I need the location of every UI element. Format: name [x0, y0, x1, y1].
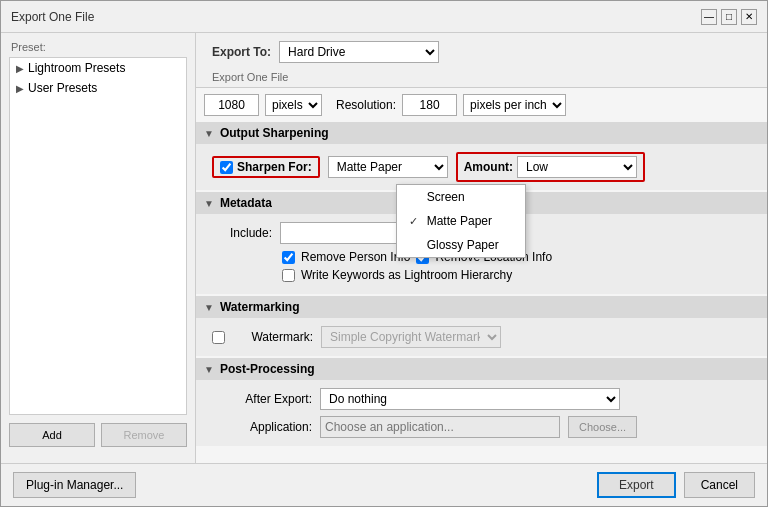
arrow-icon: ▶: [16, 63, 24, 74]
export-subtitle: Export One File: [196, 71, 767, 87]
watermark-row: Watermark: Simple Copyright Watermark: [212, 326, 751, 348]
action-buttons: Export Cancel: [597, 472, 755, 498]
panel-buttons: Add Remove: [1, 415, 195, 455]
sharpen-select-container: Matte Paper Screen ✓: [328, 156, 448, 178]
amount-select[interactable]: Low Standard High: [517, 156, 637, 178]
window-controls: — □ ✕: [701, 9, 757, 25]
window-title: Export One File: [11, 10, 94, 24]
left-panel: Preset: ▶ Lightroom Presets ▶ User Prese…: [1, 33, 196, 463]
section-collapse-icon: ▼: [204, 364, 214, 375]
watermarking-header[interactable]: ▼ Watermarking: [196, 296, 767, 318]
preset-item-user[interactable]: ▶ User Presets: [10, 78, 186, 98]
write-keywords-row: Write Keywords as Lightroom Hierarchy: [282, 268, 751, 282]
after-export-row: After Export: Do nothing: [212, 388, 751, 410]
section-title: Post-Processing: [220, 362, 315, 376]
section-collapse-icon: ▼: [204, 128, 214, 139]
section-title: Output Sharpening: [220, 126, 329, 140]
export-to-select[interactable]: Hard Drive: [279, 41, 439, 63]
section-title: Watermarking: [220, 300, 300, 314]
bottom-bar: Plug-in Manager... Export Cancel: [1, 463, 767, 506]
choose-button[interactable]: Choose...: [568, 416, 637, 438]
sharpen-for-select[interactable]: Matte Paper: [328, 156, 448, 178]
watermarking-body: Watermark: Simple Copyright Watermark: [196, 318, 767, 356]
arrow-icon: ▶: [16, 83, 24, 94]
right-panel: Export To: Hard Drive Export One File pi…: [196, 33, 767, 463]
export-to-row: Export To: Hard Drive: [196, 33, 767, 71]
remove-person-checkbox[interactable]: [282, 251, 295, 264]
application-input[interactable]: [320, 416, 560, 438]
section-title: Metadata: [220, 196, 272, 210]
sharpen-for-label: Sharpen For:: [237, 160, 312, 174]
watermark-checkbox[interactable]: [212, 331, 225, 344]
scroll-area[interactable]: pixels Resolution: pixels per inch ▼ Out…: [196, 87, 767, 463]
dropdown-item-glossy[interactable]: Glossy Paper: [397, 233, 525, 257]
amount-group: Amount: Low Standard High: [456, 152, 645, 182]
write-keywords-checkbox[interactable]: [282, 269, 295, 282]
export-to-label: Export To:: [212, 45, 271, 59]
section-collapse-icon: ▼: [204, 302, 214, 313]
dropdown-label: Matte Paper: [427, 214, 492, 228]
width-input[interactable]: [204, 94, 259, 116]
include-label: Include:: [212, 226, 272, 240]
preset-item-label: User Presets: [28, 81, 97, 95]
write-keywords-label: Write Keywords as Lightroom Hierarchy: [301, 268, 512, 282]
unit-select[interactable]: pixels: [265, 94, 322, 116]
add-button[interactable]: Add: [9, 423, 95, 447]
dropdown-item-matte[interactable]: ✓ Matte Paper: [397, 209, 525, 233]
amount-label: Amount:: [464, 160, 513, 174]
main-content: Preset: ▶ Lightroom Presets ▶ User Prese…: [1, 33, 767, 463]
dropdown-label: Screen: [427, 190, 465, 204]
watermark-label: Watermark:: [233, 330, 313, 344]
preset-list: ▶ Lightroom Presets ▶ User Presets: [9, 57, 187, 415]
sharpening-row: Sharpen For: Matte Paper: [212, 152, 751, 182]
output-sharpening-header[interactable]: ▼ Output Sharpening: [196, 122, 767, 144]
remove-person-label: Remove Person Info: [301, 250, 410, 264]
output-sharpening-section: ▼ Output Sharpening Sharpen For: Matte P: [196, 122, 767, 190]
application-label: Application:: [212, 420, 312, 434]
output-sharpening-body: Sharpen For: Matte Paper: [196, 144, 767, 190]
dropdown-label: Glossy Paper: [427, 238, 499, 252]
export-button[interactable]: Export: [597, 472, 676, 498]
sharpen-checkbox[interactable]: [220, 161, 233, 174]
post-processing-body: After Export: Do nothing Application: Ch…: [196, 380, 767, 446]
resolution-unit-select[interactable]: pixels per inch: [463, 94, 566, 116]
watermark-select[interactable]: Simple Copyright Watermark: [321, 326, 501, 348]
post-processing-header[interactable]: ▼ Post-Processing: [196, 358, 767, 380]
minimize-button[interactable]: —: [701, 9, 717, 25]
sharpen-dropdown: Screen ✓ Matte Paper Glossy Paper: [396, 184, 526, 258]
preset-item-label: Lightroom Presets: [28, 61, 125, 75]
post-processing-section: ▼ Post-Processing After Export: Do nothi…: [196, 358, 767, 446]
dimensions-row: pixels Resolution: pixels per inch: [196, 88, 767, 122]
sharpen-for-group: Sharpen For:: [212, 156, 320, 178]
resolution-label: Resolution:: [336, 98, 396, 112]
dropdown-item-screen[interactable]: Screen: [397, 185, 525, 209]
application-row: Application: Choose...: [212, 416, 751, 438]
after-export-select[interactable]: Do nothing: [320, 388, 620, 410]
close-button[interactable]: ✕: [741, 9, 757, 25]
title-bar: Export One File — □ ✕: [1, 1, 767, 33]
plugin-manager-button[interactable]: Plug-in Manager...: [13, 472, 136, 498]
cancel-button[interactable]: Cancel: [684, 472, 755, 498]
export-dialog: Export One File — □ ✕ Preset: ▶ Lightroo…: [0, 0, 768, 507]
resolution-input[interactable]: [402, 94, 457, 116]
remove-button[interactable]: Remove: [101, 423, 187, 447]
preset-item-lightroom[interactable]: ▶ Lightroom Presets: [10, 58, 186, 78]
check-icon: ✓: [409, 215, 421, 228]
maximize-button[interactable]: □: [721, 9, 737, 25]
section-collapse-icon: ▼: [204, 198, 214, 209]
watermarking-section: ▼ Watermarking Watermark: Simple Copyrig…: [196, 296, 767, 356]
preset-label: Preset:: [1, 41, 195, 57]
after-export-label: After Export:: [212, 392, 312, 406]
